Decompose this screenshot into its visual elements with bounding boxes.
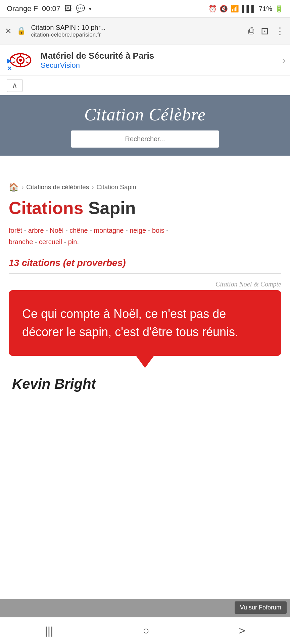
count-heading: 13 citations (et proverbes) bbox=[9, 258, 281, 274]
ad-title: Matériel de Sécurité à Paris bbox=[41, 51, 283, 61]
tag-arbre[interactable]: arbre bbox=[28, 227, 44, 234]
content-gap bbox=[0, 156, 290, 182]
breadcrumb-current: Citation Sapin bbox=[97, 183, 136, 191]
more-menu-icon[interactable]: ⋮ bbox=[275, 25, 285, 37]
browser-action-icons: ⎙ ⊡ ⋮ bbox=[248, 25, 285, 37]
dot-icon: • bbox=[89, 4, 92, 13]
page-title-red: Citations bbox=[9, 198, 83, 218]
ad-text: Matériel de Sécurité à Paris SecurVision bbox=[41, 51, 283, 70]
tag-branche[interactable]: branche bbox=[9, 238, 33, 246]
quote-bubble: Ce qui compte à Noël, ce n'est pas de dé… bbox=[9, 290, 281, 356]
status-bar: Orange F 00:07 🖼 💬 • ⏰ 🔇 📶 ▌▌▌ 71% 🔋 bbox=[0, 0, 290, 17]
chevron-up-icon[interactable]: ∧ bbox=[7, 79, 23, 92]
page-title-black: Sapin bbox=[83, 198, 136, 218]
tags-section: forêt - arbre - Noël - chêne - montagne … bbox=[9, 225, 281, 248]
ad-banner: Matériel de Sécurité à Paris SecurVision… bbox=[0, 44, 290, 76]
battery-icon: 🔋 bbox=[275, 5, 283, 13]
ad-subtitle: SecurVision bbox=[41, 61, 283, 70]
svg-line-7 bbox=[12, 61, 15, 63]
bookmark-icon[interactable]: ⊡ bbox=[261, 25, 269, 37]
tag-pin[interactable]: pin bbox=[68, 238, 77, 246]
share-icon[interactable]: ⎙ bbox=[248, 25, 254, 36]
breadcrumb-link-celebrities[interactable]: Citations de célébrités bbox=[26, 183, 89, 191]
chat-icon: 💬 bbox=[76, 4, 85, 13]
status-right: ⏰ 🔇 📶 ▌▌▌ 71% 🔋 bbox=[208, 5, 283, 13]
author-name[interactable]: Kevin Bright bbox=[9, 376, 281, 392]
lock-icon: 🔒 bbox=[17, 26, 26, 35]
tag-montagne[interactable]: montagne bbox=[94, 227, 124, 234]
breadcrumb: 🏠 › Citations de célébrités › Citation S… bbox=[9, 182, 281, 192]
svg-point-2 bbox=[19, 59, 22, 62]
tag-chene[interactable]: chêne bbox=[69, 227, 88, 234]
battery-label: 71% bbox=[259, 5, 272, 13]
svg-line-6 bbox=[26, 61, 29, 63]
tag-bois[interactable]: bois bbox=[152, 227, 164, 234]
site-header: Citation Célèbre bbox=[0, 95, 290, 156]
tag-foret[interactable]: forêt bbox=[9, 227, 22, 234]
svg-line-8 bbox=[26, 57, 29, 58]
breadcrumb-sep2: › bbox=[92, 183, 94, 191]
search-input[interactable] bbox=[71, 130, 219, 148]
browser-bar: × 🔒 Citation SAPIN : 10 phr... citation-… bbox=[0, 17, 290, 44]
tab-title: Citation SAPIN : 10 phr... bbox=[31, 24, 243, 32]
back-button[interactable]: ||| bbox=[45, 625, 53, 637]
signal-icon: ▌▌▌ bbox=[242, 5, 256, 13]
ad-chevron-icon: › bbox=[282, 54, 286, 66]
forward-button[interactable]: > bbox=[239, 625, 245, 637]
main-content: 🏠 › Citations de célébrités › Citation S… bbox=[0, 182, 290, 412]
ad-close-icon[interactable]: ✕ bbox=[7, 65, 12, 72]
breadcrumb-sep1: › bbox=[21, 183, 23, 191]
carrier-label: Orange F bbox=[7, 4, 38, 13]
close-tab-button[interactable]: × bbox=[5, 25, 11, 37]
nav-bar: ||| ○ > bbox=[0, 617, 290, 644]
quote-text: Ce qui compte à Noël, ce n'est pas de dé… bbox=[22, 305, 268, 341]
url-container[interactable]: Citation SAPIN : 10 phr... citation-cele… bbox=[31, 24, 243, 38]
svg-line-5 bbox=[12, 57, 15, 58]
foforum-badge: Vu sur Foforum bbox=[235, 601, 287, 614]
ad-play-icon: ▶ bbox=[7, 57, 12, 64]
time-label: 00:07 bbox=[42, 4, 60, 13]
tag-cercueil[interactable]: cercueil bbox=[39, 238, 62, 246]
page-title: Citations Sapin bbox=[9, 198, 281, 218]
site-logo: Citation Célèbre bbox=[84, 105, 206, 124]
photo-icon: 🖼 bbox=[64, 4, 72, 13]
browser-url: citation-celebre.leparisien.fr bbox=[31, 32, 243, 38]
wifi-icon: 📶 bbox=[231, 5, 239, 13]
home-icon[interactable]: 🏠 bbox=[9, 182, 19, 192]
alarm-icon: ⏰ bbox=[208, 5, 217, 13]
scroll-indicator[interactable]: ∧ bbox=[0, 76, 290, 95]
citation-label: Citation Noel & Compte bbox=[9, 280, 281, 288]
tag-neige[interactable]: neige bbox=[130, 227, 146, 234]
status-left: Orange F 00:07 🖼 💬 • bbox=[7, 4, 92, 13]
home-button[interactable]: ○ bbox=[143, 625, 149, 637]
mute-icon: 🔇 bbox=[220, 5, 228, 13]
ad-labels: ▶ ✕ bbox=[7, 57, 12, 72]
tag-noel[interactable]: Noël bbox=[50, 227, 63, 234]
